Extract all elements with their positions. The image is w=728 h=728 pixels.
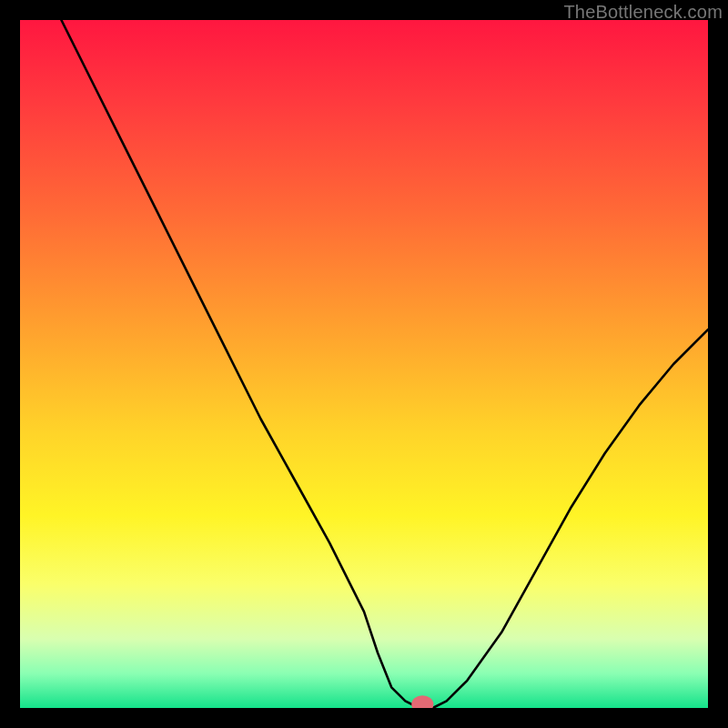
curve-layer	[20, 20, 708, 708]
plot-area	[20, 20, 708, 708]
chart-stage: TheBottleneck.com	[0, 0, 728, 728]
watermark-text: TheBottleneck.com	[563, 2, 723, 23]
bottleneck-curve	[61, 20, 708, 708]
optimal-marker	[411, 695, 433, 708]
